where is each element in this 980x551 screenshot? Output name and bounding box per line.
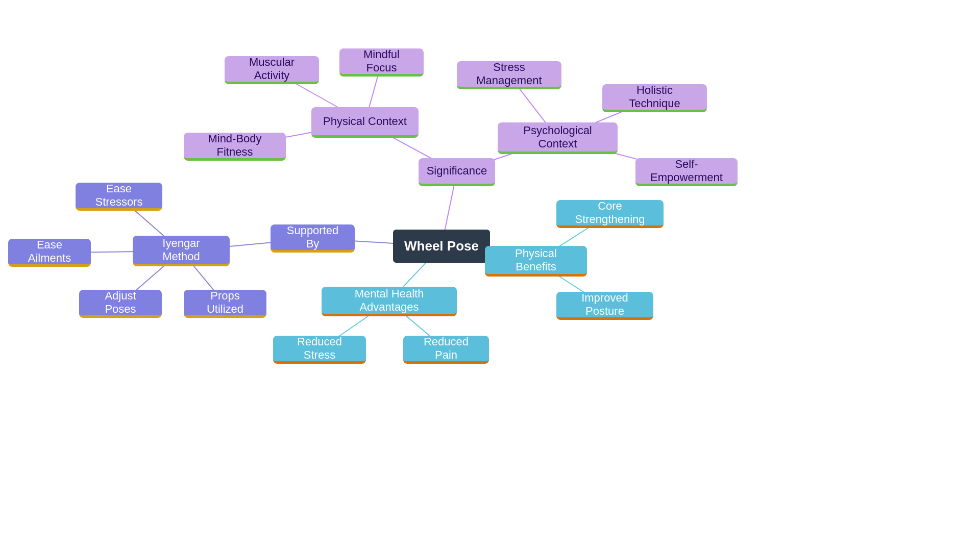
- significance-node: Significance: [419, 158, 495, 186]
- ease-ailments-node: Ease Ailments: [8, 239, 91, 267]
- supported-by-label: Supported By: [282, 224, 344, 251]
- stress-management-node: Stress Management: [457, 61, 561, 89]
- adjust-poses-node: Adjust Poses: [79, 290, 162, 318]
- ease-ailments-label: Ease Ailments: [19, 238, 80, 265]
- ease-stressors-node: Ease Stressors: [76, 183, 162, 211]
- physical-benefits-label: Physical Benefits: [496, 247, 576, 273]
- adjust-poses-label: Adjust Poses: [90, 289, 151, 316]
- physical-context-node: Physical Context: [311, 107, 419, 138]
- mental-health-advantages-label: Mental Health Advantages: [333, 287, 446, 314]
- props-utilized-label: Props Utilized: [195, 289, 255, 316]
- holistic-technique-label: Holistic Technique: [614, 84, 696, 110]
- improved-posture-label: Improved Posture: [568, 291, 642, 318]
- mindful-focus-node: Mindful Focus: [339, 48, 424, 77]
- reduced-stress-label: Reduced Stress: [284, 335, 355, 362]
- muscular-activity-node: Muscular Activity: [225, 56, 319, 84]
- improved-posture-node: Improved Posture: [556, 292, 653, 320]
- reduced-pain-node: Reduced Pain: [403, 336, 489, 364]
- mind-body-fitness-node: Mind-Body Fitness: [184, 133, 286, 161]
- mental-health-advantages-node: Mental Health Advantages: [322, 287, 457, 316]
- physical-benefits-node: Physical Benefits: [485, 246, 587, 277]
- psychological-context-node: Psychological Context: [498, 122, 618, 154]
- significance-label: Significance: [427, 164, 487, 178]
- reduced-stress-node: Reduced Stress: [273, 336, 366, 364]
- iyengar-method-node: Iyengar Method: [133, 236, 230, 266]
- self-empowerment-node: Self-Empowerment: [635, 158, 738, 186]
- iyengar-method-label: Iyengar Method: [144, 237, 218, 263]
- core-strengthening-node: Core Strengthening: [556, 200, 664, 228]
- center-label: Wheel Pose: [404, 238, 479, 254]
- supported-by-node: Supported By: [271, 224, 355, 253]
- physical-context-label: Physical Context: [323, 115, 407, 128]
- muscular-activity-label: Muscular Activity: [236, 56, 308, 82]
- core-strengthening-label: Core Strengthening: [568, 199, 652, 226]
- center-node: Wheel Pose: [393, 230, 490, 263]
- props-utilized-node: Props Utilized: [184, 290, 266, 318]
- stress-management-label: Stress Management: [468, 61, 550, 87]
- mindful-focus-label: Mindful Focus: [351, 48, 412, 74]
- ease-stressors-label: Ease Stressors: [87, 182, 151, 209]
- reduced-pain-label: Reduced Pain: [414, 335, 478, 362]
- psychological-context-label: Psychological Context: [509, 124, 606, 151]
- self-empowerment-label: Self-Empowerment: [647, 158, 726, 184]
- holistic-technique-node: Holistic Technique: [602, 84, 707, 112]
- mind-body-fitness-label: Mind-Body Fitness: [195, 132, 275, 159]
